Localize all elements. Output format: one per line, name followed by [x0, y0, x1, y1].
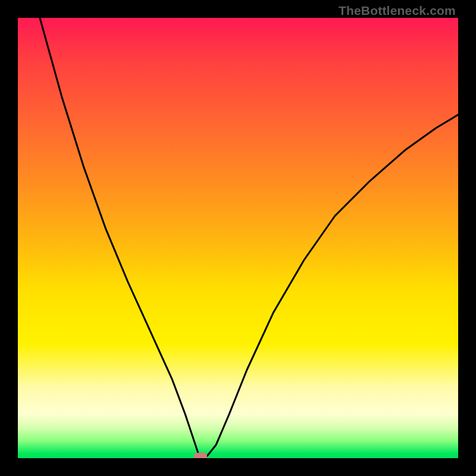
chart-svg: [18, 18, 458, 458]
attribution-text: TheBottleneck.com: [339, 4, 456, 18]
optimal-marker: [194, 453, 207, 458]
bottleneck-curve: [40, 18, 458, 458]
